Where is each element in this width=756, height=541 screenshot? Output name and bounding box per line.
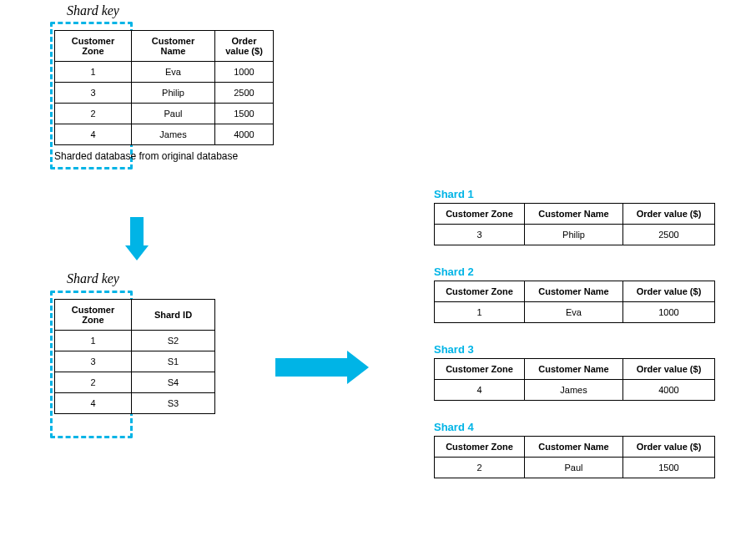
col-header: Customer Name — [525, 359, 623, 380]
shard-table: Customer Zone Customer Name Order value … — [434, 203, 715, 245]
col-header: Order value ($) — [623, 437, 715, 458]
col-header: Customer Zone — [435, 204, 525, 225]
col-header: Customer Name — [525, 281, 623, 302]
cell: S3 — [132, 393, 215, 414]
col-header: Order value ($) — [623, 359, 715, 380]
col-header: Customer Name — [525, 437, 623, 458]
shard-block: Shard 2 Customer Zone Customer Name Orde… — [434, 265, 715, 323]
table-header-row: Customer Zone Customer Name Order value … — [435, 281, 715, 302]
cell: 4 — [55, 393, 132, 414]
shard-key-label-top: Shard key — [67, 3, 119, 18]
cell: 1500 — [215, 104, 274, 124]
original-table-caption: Sharded database from original database — [54, 150, 274, 162]
table-row: 2 Paul 1500 — [55, 104, 274, 124]
table-row: 3 S1 — [55, 351, 215, 372]
shard-block: Shard 4 Customer Zone Customer Name Orde… — [434, 421, 715, 478]
cell: Philip — [525, 225, 623, 245]
shard-table: Customer Zone Customer Name Order value … — [434, 436, 715, 478]
col-header: Customer Name — [525, 204, 623, 225]
lookup-table: Customer Zone Shard ID 1 S2 3 S1 2 S4 4 … — [54, 299, 215, 414]
shard-block: Shard 3 Customer Zone Customer Name Orde… — [434, 343, 715, 401]
cell: Philip — [132, 83, 215, 104]
shard-block: Shard 1 Customer Zone Customer Name Orde… — [434, 188, 715, 245]
cell: 4000 — [215, 124, 274, 145]
cell: 4 — [55, 124, 132, 145]
cell: Paul — [132, 104, 215, 124]
table-header-row: Customer Zone Customer Name Order value … — [435, 204, 715, 225]
col-header: Order value ($) — [623, 204, 715, 225]
cell: Eva — [132, 62, 215, 83]
cell: 1 — [55, 331, 132, 351]
cell: 2 — [55, 372, 132, 393]
cell: 2500 — [623, 225, 715, 245]
shard-title: Shard 4 — [434, 421, 715, 433]
table-row: 3 Philip 2500 — [435, 225, 715, 245]
table-header-row: Customer Zone Shard ID — [55, 300, 215, 331]
original-table: Customer Zone Customer Name Order value … — [54, 30, 274, 145]
col-header: Customer Zone — [435, 359, 525, 380]
table-row: 4 S3 — [55, 393, 215, 414]
cell: S4 — [132, 372, 215, 393]
cell: 3 — [55, 351, 132, 372]
shard-title: Shard 3 — [434, 343, 715, 356]
cell: Paul — [525, 458, 623, 478]
cell: 2 — [55, 104, 132, 124]
cell: 4 — [435, 380, 525, 401]
col-header: Customer Name — [132, 31, 215, 62]
shard-table: Customer Zone Customer Name Order value … — [434, 358, 715, 401]
table-header-row: Customer Zone Customer Name Order value … — [55, 31, 274, 62]
cell: 1000 — [623, 302, 715, 323]
table-row: 2 S4 — [55, 372, 215, 393]
table-row: 4 James 4000 — [435, 380, 715, 401]
cell: 4000 — [623, 380, 715, 401]
cell: 3 — [435, 225, 525, 245]
cell: 2500 — [215, 83, 274, 104]
cell: James — [132, 124, 215, 145]
shard-table: Customer Zone Customer Name Order value … — [434, 281, 715, 323]
cell: 1000 — [215, 62, 274, 83]
cell: 3 — [55, 83, 132, 104]
cell: 1 — [55, 62, 132, 83]
col-header: Order value ($) — [623, 281, 715, 302]
table-row: 3 Philip 2500 — [55, 83, 274, 104]
table-header-row: Customer Zone Customer Name Order value … — [435, 359, 715, 380]
lookup-table-block: Customer Zone Shard ID 1 S2 3 S1 2 S4 4 … — [54, 299, 215, 414]
cell: James — [525, 380, 623, 401]
col-header: Customer Zone — [435, 437, 525, 458]
arrow-right-icon — [275, 351, 369, 384]
shard-key-label-bottom: Shard key — [67, 271, 119, 286]
col-header: Shard ID — [132, 300, 215, 331]
cell: 1 — [435, 302, 525, 323]
shard-title: Shard 1 — [434, 188, 715, 200]
cell: S2 — [132, 331, 215, 351]
original-table-block: Customer Zone Customer Name Order value … — [54, 30, 274, 162]
table-row: 1 S2 — [55, 331, 215, 351]
cell: Eva — [525, 302, 623, 323]
cell: S1 — [132, 351, 215, 372]
table-row: 4 James 4000 — [55, 124, 274, 145]
col-header: Customer Zone — [435, 281, 525, 302]
table-row: 1 Eva 1000 — [435, 302, 715, 323]
shard-title: Shard 2 — [434, 265, 715, 278]
table-row: 1 Eva 1000 — [55, 62, 274, 83]
col-header: Customer Zone — [55, 31, 132, 62]
table-row: 2 Paul 1500 — [435, 458, 715, 478]
table-header-row: Customer Zone Customer Name Order value … — [435, 437, 715, 458]
shards-container: Shard 1 Customer Zone Customer Name Orde… — [434, 188, 715, 478]
cell: 2 — [435, 458, 525, 478]
col-header: Order value ($) — [215, 31, 274, 62]
arrow-down-icon — [125, 217, 149, 260]
col-header: Customer Zone — [55, 300, 132, 331]
cell: 1500 — [623, 458, 715, 478]
